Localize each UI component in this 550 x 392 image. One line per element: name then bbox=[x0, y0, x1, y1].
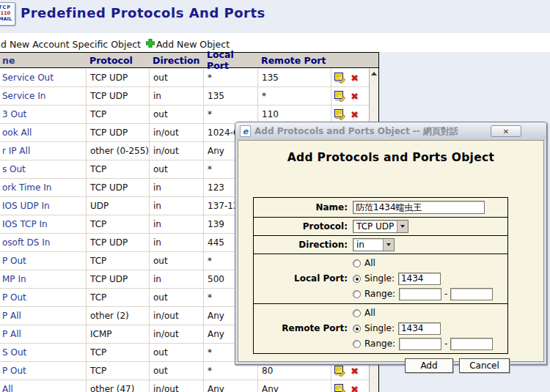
row-name-link[interactable]: IOS UDP In bbox=[0, 197, 87, 215]
row-direction: out bbox=[150, 289, 204, 306]
delete-icon[interactable]: ✖ bbox=[351, 73, 359, 83]
local-single-label: Single: bbox=[364, 273, 395, 284]
local-single-input[interactable] bbox=[398, 273, 441, 285]
row-name-link[interactable]: S Out bbox=[0, 344, 87, 361]
row-protocol: TCP bbox=[87, 252, 150, 270]
remote-range-radio[interactable] bbox=[353, 340, 361, 348]
name-input[interactable] bbox=[353, 201, 485, 214]
delete-icon[interactable]: ✖ bbox=[351, 110, 359, 119]
remote-range-label: Range: bbox=[364, 339, 395, 349]
local-range-radio[interactable] bbox=[353, 290, 361, 298]
row-local-port: 135 bbox=[204, 87, 258, 105]
row-remote-port: 135 bbox=[258, 69, 331, 86]
row-protocol: other (2) bbox=[87, 307, 150, 325]
row-name-link[interactable]: P All bbox=[0, 325, 87, 343]
add-new-object-link[interactable]: Add New Object bbox=[156, 39, 230, 50]
row-direction: out bbox=[150, 160, 204, 178]
delete-icon[interactable]: ✖ bbox=[351, 385, 359, 392]
row-protocol: TCP UDP bbox=[87, 69, 150, 86]
direction-select-arrow-icon[interactable] bbox=[383, 239, 394, 251]
remote-all-radio[interactable] bbox=[353, 309, 361, 317]
row-local-port: Any bbox=[204, 380, 258, 392]
remote-single-input[interactable] bbox=[398, 322, 441, 335]
header-remote-port: Remote Port bbox=[258, 53, 331, 67]
icon-line-mail: MAIL bbox=[0, 16, 15, 22]
row-direction: in/out bbox=[150, 124, 204, 141]
direction-select[interactable]: in bbox=[353, 238, 395, 251]
row-protocol: TCP UDP bbox=[87, 124, 150, 141]
row-name-link[interactable]: Service In bbox=[0, 87, 87, 105]
delete-icon[interactable]: ✖ bbox=[351, 366, 359, 376]
add-object-dialog: e Add Protocols and Ports Object -- 網頁對話… bbox=[235, 122, 547, 365]
row-protocol: TCP UDP bbox=[87, 87, 150, 105]
edit-icon[interactable] bbox=[334, 73, 346, 84]
row-name-link[interactable]: s Out bbox=[0, 160, 87, 178]
row-protocol: TCP bbox=[87, 362, 150, 380]
close-button[interactable]: ✕ bbox=[491, 125, 521, 137]
protocols-page-icon: TCP .110 MAIL bbox=[0, 2, 15, 26]
row-name-link[interactable]: IOS TCP In bbox=[0, 215, 87, 233]
direction-label: Direction: bbox=[254, 240, 353, 250]
row-protocol: TCP bbox=[87, 344, 150, 361]
row-name-link[interactable]: 3 Out bbox=[0, 106, 87, 123]
local-all-radio[interactable] bbox=[353, 259, 361, 267]
row-name-link[interactable]: All bbox=[0, 380, 87, 392]
remote-port-label: Remote Port: bbox=[254, 323, 353, 333]
add-account-specific-object-link[interactable]: d New Account Specific Object bbox=[1, 39, 141, 50]
row-local-port: * bbox=[204, 69, 258, 86]
row-name-link[interactable]: osoft DS In bbox=[0, 234, 87, 251]
add-plus-icon bbox=[146, 39, 155, 50]
range-dash: - bbox=[444, 289, 447, 299]
add-button[interactable]: Add bbox=[405, 358, 453, 373]
row-direction: in bbox=[150, 87, 204, 105]
row-protocol: TCP bbox=[87, 160, 150, 178]
header-local-port: Local Port bbox=[204, 53, 258, 67]
row-name-link[interactable]: r IP All bbox=[0, 142, 87, 160]
remote-range-from-input[interactable] bbox=[399, 338, 441, 350]
row-name-link[interactable]: ook All bbox=[0, 124, 87, 141]
row-name-link[interactable]: P Out bbox=[0, 252, 87, 270]
page: TCP .110 MAIL Predefined Protocols And P… bbox=[0, 0, 550, 392]
local-range-from-input[interactable] bbox=[399, 288, 441, 300]
protocol-select-arrow-icon[interactable] bbox=[397, 221, 408, 232]
name-label: Name: bbox=[254, 202, 353, 212]
row-protocol: other (47) bbox=[87, 380, 150, 392]
row-name-link[interactable]: Service Out bbox=[0, 69, 87, 86]
row-protocol: TCP bbox=[87, 289, 150, 306]
edit-icon[interactable] bbox=[334, 384, 346, 392]
row-name-link[interactable]: P Out bbox=[0, 289, 87, 306]
protocol-label: Protocol: bbox=[254, 221, 353, 232]
protocol-select[interactable]: TCP UDP bbox=[353, 220, 408, 233]
row-actions: ✖ bbox=[331, 69, 369, 86]
row-protocol: UDP bbox=[87, 197, 150, 215]
row-direction: in bbox=[150, 234, 204, 251]
scrollbar-up-arrow-icon[interactable] bbox=[371, 72, 377, 75]
row-remote-port: * bbox=[258, 87, 331, 105]
row-direction: in/out bbox=[150, 142, 204, 160]
local-single-radio[interactable] bbox=[353, 275, 361, 283]
direction-select-value: in bbox=[353, 240, 383, 250]
row-protocol: TCP bbox=[87, 106, 150, 123]
row-protocol: TCP UDP bbox=[87, 270, 150, 288]
row-remote-port: Any bbox=[258, 380, 331, 392]
row-remote-port: 110 bbox=[258, 106, 331, 123]
dialog-titlebar[interactable]: e Add Protocols and Ports Object -- 網頁對話… bbox=[235, 122, 546, 140]
cancel-button[interactable]: Cancel bbox=[459, 358, 510, 373]
row-actions: ✖ bbox=[331, 380, 369, 392]
row-name-link[interactable]: MP In bbox=[0, 270, 87, 288]
edit-icon[interactable] bbox=[334, 109, 346, 120]
edit-icon[interactable] bbox=[334, 366, 346, 377]
delete-icon[interactable]: ✖ bbox=[351, 92, 359, 101]
range-dash: - bbox=[444, 339, 447, 349]
protocol-row: Protocol: TCP UDP bbox=[254, 218, 507, 236]
edit-icon[interactable] bbox=[334, 91, 346, 102]
local-range-to-input[interactable] bbox=[450, 288, 493, 300]
row-direction: in/out bbox=[150, 307, 204, 325]
remote-single-radio[interactable] bbox=[353, 325, 361, 333]
row-protocol: TCP UDP bbox=[87, 234, 150, 251]
row-name-link[interactable]: P Out bbox=[0, 362, 87, 380]
local-all-label: All bbox=[364, 258, 375, 268]
remote-range-to-input[interactable] bbox=[450, 338, 493, 350]
row-name-link[interactable]: P All bbox=[0, 307, 87, 325]
row-name-link[interactable]: ork Time In bbox=[0, 179, 87, 196]
